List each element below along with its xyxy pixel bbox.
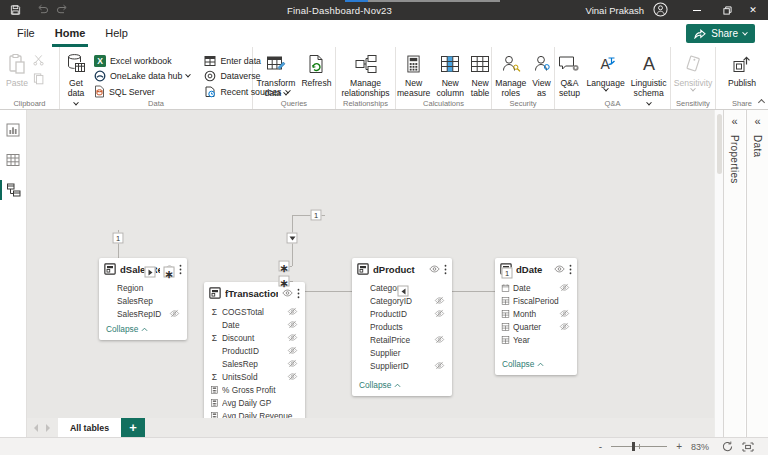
undo-icon[interactable] bbox=[36, 4, 49, 15]
paste-button[interactable]: Paste bbox=[3, 51, 31, 88]
table-card-header[interactable]: dProduct bbox=[352, 258, 452, 279]
field-SalesRepID[interactable]: SalesRepID bbox=[99, 307, 187, 320]
zoom-slider-thumb[interactable] bbox=[632, 442, 635, 451]
hidden-eye-icon[interactable] bbox=[559, 322, 570, 331]
new-table-button[interactable]: New table bbox=[467, 51, 493, 98]
hidden-eye-icon[interactable] bbox=[434, 361, 445, 370]
tab-all-tables[interactable]: All tables bbox=[58, 418, 121, 437]
model-canvas[interactable]: dSalesRepsRegionSalesRepSalesRepIDCollap… bbox=[27, 110, 714, 418]
kebab-menu-icon[interactable] bbox=[179, 264, 182, 275]
vertical-scrollbar[interactable] bbox=[714, 110, 723, 437]
field--Gross-Profit[interactable]: % Gross Profit bbox=[204, 383, 305, 396]
publish-button[interactable]: Publish bbox=[725, 51, 759, 88]
field-FiscalPeriod[interactable]: FiscalPeriod bbox=[495, 294, 577, 307]
hidden-eye-icon[interactable] bbox=[287, 320, 298, 329]
hidden-eye-icon[interactable] bbox=[169, 309, 180, 318]
new-measure-button[interactable]: New measure bbox=[394, 51, 433, 98]
field-Avg-Daily-Revenue[interactable]: Avg Daily Revenue bbox=[204, 409, 305, 418]
new-column-button[interactable]: New column bbox=[433, 51, 467, 98]
field-Discount[interactable]: ΣDiscount bbox=[204, 331, 305, 344]
language-button[interactable]: A Language bbox=[583, 51, 627, 92]
fit-to-screen-icon[interactable] bbox=[742, 442, 754, 452]
view-as-button[interactable]: View as bbox=[529, 51, 553, 98]
kebab-menu-icon[interactable] bbox=[297, 288, 300, 299]
menu-tab-help[interactable]: Help bbox=[102, 20, 131, 47]
field-COGSTotal[interactable]: ΣCOGSTotal bbox=[204, 305, 305, 318]
redo-icon[interactable] bbox=[56, 4, 69, 15]
manage-relationships-button[interactable]: Manage relationships bbox=[338, 51, 392, 98]
copy-icon[interactable] bbox=[33, 72, 44, 85]
hidden-eye-icon[interactable] bbox=[434, 309, 445, 318]
kebab-menu-icon[interactable] bbox=[569, 264, 572, 275]
zoom-out-button[interactable]: - bbox=[599, 441, 602, 452]
expand-data-icon[interactable]: « bbox=[754, 116, 760, 127]
save-icon[interactable] bbox=[10, 4, 21, 16]
table-card-dProduct[interactable]: dProductCategoryCategoryIDProductIDProdu… bbox=[352, 258, 452, 396]
next-tab-icon[interactable] bbox=[46, 424, 50, 432]
table-card-fTransactions[interactable]: fTransactionsΣCOGSTotalDateΣDiscountProd… bbox=[204, 282, 305, 418]
eye-icon[interactable] bbox=[554, 265, 565, 273]
menu-tab-home[interactable]: Home bbox=[52, 20, 89, 47]
field-SalesRep[interactable]: SalesRep bbox=[99, 294, 187, 307]
manage-roles-button[interactable]: Manage roles bbox=[492, 51, 529, 98]
reset-zoom-icon[interactable] bbox=[722, 441, 733, 452]
svg-text:X: X bbox=[97, 56, 103, 66]
hidden-eye-icon[interactable] bbox=[434, 296, 445, 305]
onelake-data-hub-button[interactable]: OneLake data hub bbox=[94, 69, 190, 85]
field-RetailPrice[interactable]: RetailPrice bbox=[352, 333, 452, 346]
table-view-icon[interactable] bbox=[0, 145, 26, 175]
hidden-eye-icon[interactable] bbox=[434, 335, 445, 344]
hidden-eye-icon[interactable] bbox=[287, 307, 298, 316]
zoom-slider[interactable] bbox=[611, 446, 667, 447]
eye-icon[interactable] bbox=[429, 265, 440, 273]
user-avatar-icon[interactable] bbox=[653, 2, 668, 17]
field-Region[interactable]: Region bbox=[99, 281, 187, 294]
qa-setup-button[interactable]: Q&A setup bbox=[555, 51, 583, 98]
sensitivity-button[interactable]: Sensitivity bbox=[671, 51, 716, 92]
collapse-link[interactable]: Collapse bbox=[99, 324, 187, 340]
collapse-ribbon-icon[interactable] bbox=[759, 97, 764, 107]
hidden-eye-icon[interactable] bbox=[287, 346, 298, 355]
hidden-eye-icon[interactable] bbox=[287, 333, 298, 342]
field-SupplierID[interactable]: SupplierID bbox=[352, 359, 452, 372]
excel-workbook-button[interactable]: X Excel workbook bbox=[94, 53, 190, 69]
collapse-link[interactable]: Collapse bbox=[495, 359, 577, 375]
expand-properties-icon[interactable]: « bbox=[731, 116, 737, 127]
field-Supplier[interactable]: Supplier bbox=[352, 346, 452, 359]
hidden-eye-icon[interactable] bbox=[287, 359, 298, 368]
menu-tab-file[interactable]: File bbox=[14, 20, 38, 47]
add-layout-button[interactable]: + bbox=[121, 418, 145, 437]
field-SalesRep[interactable]: SalesRep bbox=[204, 357, 305, 370]
sql-server-button[interactable]: SQL Server bbox=[94, 84, 190, 100]
field-Date[interactable]: Date bbox=[204, 318, 305, 331]
field-Date[interactable]: Date bbox=[495, 281, 577, 294]
model-view-icon[interactable] bbox=[0, 175, 26, 205]
cut-icon[interactable] bbox=[33, 54, 44, 66]
field-Products[interactable]: Products bbox=[352, 320, 452, 333]
share-button[interactable]: Share bbox=[686, 24, 755, 43]
field-ProductID[interactable]: ProductID bbox=[204, 344, 305, 357]
new-column-icon bbox=[440, 51, 460, 77]
minimize-button[interactable] bbox=[684, 0, 710, 20]
field-Quarter[interactable]: Quarter bbox=[495, 320, 577, 333]
zoom-in-button[interactable]: + bbox=[676, 441, 682, 452]
eye-icon[interactable] bbox=[282, 289, 293, 297]
kebab-menu-icon[interactable] bbox=[444, 264, 447, 275]
restore-button[interactable] bbox=[714, 0, 740, 20]
field-Year[interactable]: Year bbox=[495, 333, 577, 346]
prev-tab-icon[interactable] bbox=[34, 424, 38, 432]
hidden-eye-icon[interactable] bbox=[559, 309, 570, 318]
table-card-header[interactable]: fTransactions bbox=[204, 282, 305, 303]
scrollbar-thumb[interactable] bbox=[717, 114, 722, 174]
field-ProductID[interactable]: ProductID bbox=[352, 307, 452, 320]
close-button[interactable]: ✕ bbox=[740, 0, 766, 20]
transform-data-button[interactable]: Transform data bbox=[254, 51, 299, 98]
refresh-button[interactable]: Refresh bbox=[298, 51, 334, 88]
field-UnitsSold[interactable]: ΣUnitsSold bbox=[204, 370, 305, 383]
hidden-eye-icon[interactable] bbox=[559, 283, 570, 292]
report-view-icon[interactable] bbox=[0, 115, 26, 145]
collapse-link[interactable]: Collapse bbox=[352, 380, 452, 396]
field-Avg-Daily-GP[interactable]: Avg Daily GP bbox=[204, 396, 305, 409]
field-Month[interactable]: Month bbox=[495, 307, 577, 320]
hidden-eye-icon[interactable] bbox=[287, 372, 298, 381]
